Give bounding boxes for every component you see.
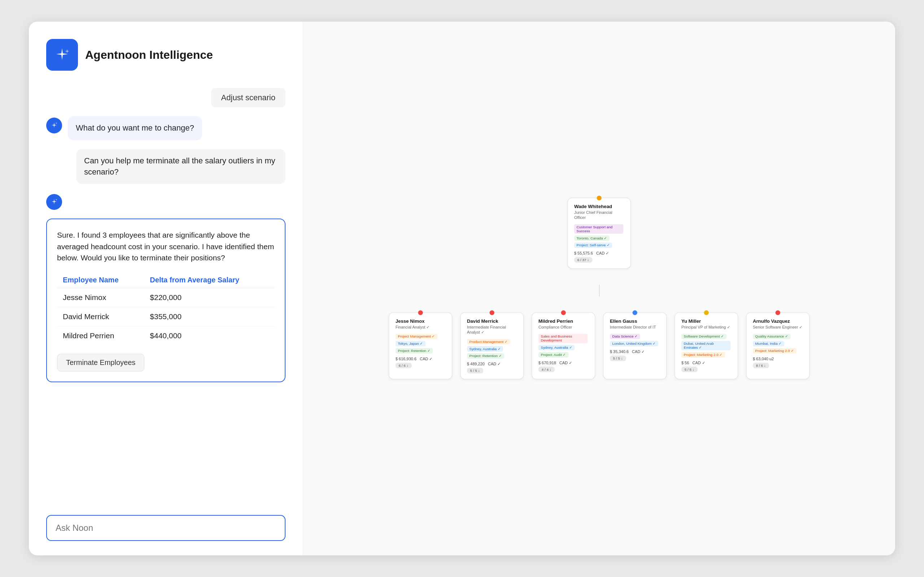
right-panel: Wade Whitehead Junior Chief Financial Of… bbox=[303, 22, 895, 555]
ellen-title: Intermediate Director of IT bbox=[610, 324, 660, 330]
ellen-tag1: Data Science ✓ bbox=[610, 334, 640, 339]
ai-question-bubble: What do you want me to change? bbox=[68, 116, 202, 140]
david-merrick-card: David Merrick Intermediate Financial Ana… bbox=[460, 312, 524, 379]
mildred-tag1: Sales and Business Development bbox=[538, 334, 588, 343]
jesse-title: Financial Analyst ✓ bbox=[396, 324, 446, 330]
table-row: Mildred Perrien$440,000 bbox=[57, 326, 275, 345]
sparkles-icon bbox=[53, 46, 71, 63]
yu-miller-card: Yu Miller Principal VP of Marketing ✓ So… bbox=[675, 312, 738, 379]
user-message-wrap: Can you help me terminate all the salary… bbox=[46, 149, 286, 184]
app-title: Agentnoon Intelligence bbox=[85, 48, 213, 62]
jesse-salary: $ 616,930.6 CAD ✓ bbox=[396, 357, 446, 361]
mildred-perrien-card: Mildred Perrien Compliance Officer Sales… bbox=[531, 312, 595, 379]
jesse-tag3: Project: Retention ✓ bbox=[396, 348, 433, 353]
jesse-count: 6 / 6 ↓ bbox=[396, 363, 412, 368]
top-salary: $ 55,575.6 CAD ✓ bbox=[574, 251, 624, 256]
top-location-tag: Toronto, Canada ✓ bbox=[574, 235, 610, 241]
david-salary: $ 489,220 CAD ✓ bbox=[467, 362, 517, 366]
arnulfo-count: 8 / 6 ↓ bbox=[753, 363, 769, 368]
terminate-employees-button[interactable]: Terminate Employees bbox=[57, 354, 144, 371]
arnulfo-tag2: Mumbai, India ✓ bbox=[753, 341, 784, 346]
employee-name-cell: Mildred Perrien bbox=[57, 326, 144, 345]
ellen-tag2: London, United Kingdom ✓ bbox=[610, 341, 658, 346]
org-children-row: Jesse Nimox Financial Analyst ✓ Project … bbox=[389, 312, 809, 379]
mildred-tag3: Project: Audit ✓ bbox=[538, 352, 569, 357]
top-count: 6 / 37 ↓ bbox=[574, 257, 592, 263]
ellen-name: Ellen Gauss bbox=[610, 318, 660, 324]
mildred-dot bbox=[561, 311, 565, 315]
adjust-scenario-wrap: Adjust scenario bbox=[46, 88, 286, 108]
org-top-row: Wade Whitehead Junior Chief Financial Of… bbox=[567, 198, 631, 269]
ellen-dot bbox=[632, 311, 637, 315]
mildred-count: 4 / 4 ↓ bbox=[538, 367, 555, 372]
david-tag1: Product Management ✓ bbox=[467, 339, 510, 344]
ai-avatar-2 bbox=[46, 194, 62, 210]
chat-area: Adjust scenario What do you want me to c… bbox=[46, 88, 286, 503]
employee-name-cell: Jesse Nimox bbox=[57, 288, 144, 307]
col-employee-name: Employee Name bbox=[57, 272, 144, 288]
ellen-salary: $ 35,340.6 CAD ✓ bbox=[610, 350, 660, 354]
connector-line bbox=[599, 285, 599, 297]
outlier-table: Employee Name Delta from Average Salary … bbox=[57, 272, 275, 345]
david-dot bbox=[489, 311, 494, 315]
jesse-tag1: Project Management ✓ bbox=[396, 334, 438, 339]
arnulfo-salary: $ 63,040 u2 bbox=[753, 357, 803, 361]
left-panel: Agentnoon Intelligence Adjust scenario W… bbox=[29, 22, 303, 555]
david-tag2: Sydney, Australia ✓ bbox=[467, 346, 504, 351]
arnulfo-tag1: Quality Assurance ✓ bbox=[753, 334, 791, 339]
user-bubble: Can you help me terminate all the salary… bbox=[76, 149, 286, 184]
jesse-name: Jesse Nimox bbox=[396, 318, 446, 324]
yu-name: Yu Miller bbox=[682, 318, 732, 324]
david-tag3: Project: Retention ✓ bbox=[467, 353, 504, 358]
ai-avatar-1 bbox=[46, 118, 62, 134]
jesse-dot bbox=[418, 311, 423, 315]
employee-name-cell: David Merrick bbox=[57, 307, 144, 326]
ai-response-avatar-row bbox=[46, 193, 286, 210]
response-text: Sure. I found 3 employees that are signi… bbox=[57, 229, 275, 264]
david-count: 5 / 5 ↓ bbox=[467, 368, 483, 373]
arnulfo-tag3: Project: Marketing 2.0 ✓ bbox=[753, 348, 796, 353]
delta-salary-cell: $440,000 bbox=[144, 326, 275, 345]
david-title: Intermediate Financial Analyst ✓ bbox=[467, 324, 517, 335]
top-dept-tag: Customer Support and Success bbox=[574, 224, 624, 234]
ai-question-row: What do you want me to change? bbox=[46, 116, 286, 140]
yu-tag3: Project: Marketing 2.0 ✓ bbox=[682, 352, 725, 357]
yu-count: 5 / 5 ↓ bbox=[682, 367, 698, 372]
delta-salary-cell: $355,000 bbox=[144, 307, 275, 326]
arnulfo-dot bbox=[775, 311, 780, 315]
table-row: David Merrick$355,000 bbox=[57, 307, 275, 326]
top-project-tag: Project: Self-serve ✓ bbox=[574, 242, 612, 248]
app-logo bbox=[46, 39, 78, 71]
jesse-nimox-card: Jesse Nimox Financial Analyst ✓ Project … bbox=[389, 312, 452, 379]
adjust-scenario-button[interactable]: Adjust scenario bbox=[211, 88, 286, 108]
mildred-salary: $ 670,918 CAD ✓ bbox=[538, 361, 589, 365]
col-delta-salary: Delta from Average Salary bbox=[144, 272, 275, 288]
yu-tag2: Dubai, United Arab Emirates ✓ bbox=[682, 341, 730, 350]
yu-dot bbox=[704, 311, 709, 315]
delta-salary-cell: $220,000 bbox=[144, 288, 275, 307]
ask-input-wrap bbox=[46, 515, 286, 541]
mildred-tag2: Sydney, Australia ✓ bbox=[538, 345, 575, 350]
org-chart: Wade Whitehead Junior Chief Financial Of… bbox=[389, 198, 809, 379]
ellen-count: 5 / 5 ↓ bbox=[610, 356, 626, 361]
yu-title: Principal VP of Marketing ✓ bbox=[682, 324, 732, 330]
top-card-title: Junior Chief Financial Officer bbox=[574, 210, 624, 220]
yu-tag1: Software Development ✓ bbox=[682, 334, 727, 339]
mildred-name: Mildred Perrien bbox=[538, 318, 589, 324]
top-card-name: Wade Whitehead bbox=[574, 204, 624, 209]
ellen-gauss-card: Ellen Gauss Intermediate Director of IT … bbox=[603, 312, 667, 379]
main-container: Agentnoon Intelligence Adjust scenario W… bbox=[29, 22, 895, 555]
ai-response-card: Sure. I found 3 employees that are signi… bbox=[46, 219, 286, 382]
jesse-tag2: Tokyo, Japan ✓ bbox=[396, 341, 426, 346]
top-org-card: Wade Whitehead Junior Chief Financial Of… bbox=[567, 198, 631, 269]
ai-sparkles-icon bbox=[50, 121, 58, 130]
arnulfo-vazquez-card: Arnulfo Vazquez Senior Software Engineer… bbox=[746, 312, 809, 379]
app-header: Agentnoon Intelligence bbox=[46, 39, 286, 71]
mildred-title: Compliance Officer bbox=[538, 324, 589, 330]
top-dot bbox=[597, 196, 601, 200]
table-row: Jesse Nimox$220,000 bbox=[57, 288, 275, 307]
connector-v bbox=[599, 285, 599, 297]
ask-noon-input[interactable] bbox=[56, 523, 276, 533]
arnulfo-title: Senior Software Engineer ✓ bbox=[753, 324, 803, 330]
ai-sparkles-icon-2 bbox=[50, 198, 58, 206]
